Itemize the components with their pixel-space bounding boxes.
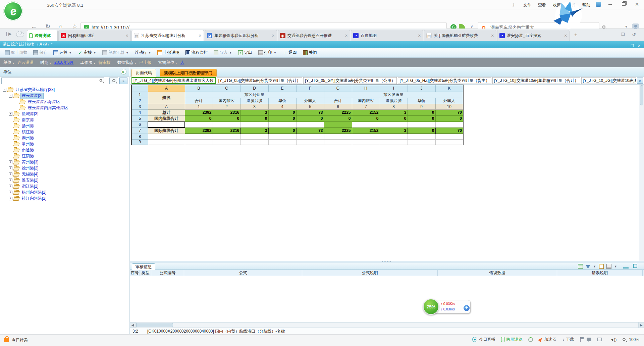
row-header-6[interactable]: 6 <box>131 122 148 128</box>
tree-expander-icon[interactable]: + <box>9 179 12 182</box>
tree-item-1[interactable]: −连云港港[2] <box>0 93 129 99</box>
tree-expander-icon[interactable]: − <box>3 88 6 92</box>
cell[interactable]: 0 <box>185 115 213 122</box>
cell[interactable]: 3 <box>240 109 268 115</box>
tree-item-12[interactable]: +苏州港[3] <box>0 159 129 165</box>
locate-audit-icon[interactable] <box>599 264 604 269</box>
cell[interactable]: 旅客发送量 <box>324 92 463 98</box>
cell[interactable]: 0 <box>268 128 296 134</box>
col-header-K[interactable]: K <box>435 85 463 92</box>
cell[interactable]: 1 <box>185 104 213 109</box>
cell[interactable]: 73 <box>296 109 324 115</box>
browser-tab-1[interactable]: ✉网易邮箱6.0版✕ <box>58 30 131 41</box>
excel-export-icon[interactable] <box>578 264 583 269</box>
col-header-H[interactable]: H <box>352 85 380 92</box>
cell[interactable]: 合计 <box>185 98 213 104</box>
report-link-5[interactable]: [Y_JTG_10_JG][交统港10表]集装箱吞吐 <box>581 77 636 84</box>
period-link[interactable]: 2016年5月 <box>54 60 73 65</box>
tree-expander-icon[interactable]: + <box>9 172 12 176</box>
dropdown-caret-icon[interactable]: ▼ <box>126 51 129 54</box>
cell[interactable] <box>324 134 352 139</box>
cell[interactable]: 2316 <box>213 128 240 134</box>
cell[interactable] <box>296 134 324 139</box>
browser-tab-5[interactable]: ◔百度地图✕ <box>351 30 423 41</box>
col-header-J[interactable]: J <box>408 85 435 92</box>
restore-button[interactable] <box>619 1 628 7</box>
cell[interactable]: 国际航线合计 <box>148 128 185 134</box>
dropdown-caret-icon[interactable]: ▼ <box>593 265 596 268</box>
dropdown-caret-icon[interactable]: ▼ <box>614 265 617 268</box>
cell[interactable]: 0 <box>324 115 352 122</box>
tab-close-icon[interactable]: ✕ <box>272 34 275 38</box>
cell[interactable] <box>185 134 213 139</box>
cell[interactable] <box>185 139 213 145</box>
cell[interactable]: 0 <box>408 115 435 122</box>
cell[interactable]: 合计 <box>324 98 352 104</box>
accelerator-ball-icon[interactable]: ✚ <box>464 305 470 311</box>
panel-maximize-icon[interactable] <box>633 264 637 268</box>
menu-1[interactable]: 查看 <box>538 2 546 8</box>
cell[interactable] <box>408 122 435 128</box>
cell[interactable] <box>408 139 435 145</box>
tree-more-button[interactable]: » <box>119 78 127 84</box>
tree-item-11[interactable]: 江阴港 <box>0 153 129 159</box>
toolbar-审核[interactable]: 审核▼ <box>75 49 99 56</box>
cell[interactable] <box>185 122 213 128</box>
cell[interactable]: 3 <box>380 128 408 134</box>
cell[interactable] <box>408 134 435 139</box>
audit-col-序号[interactable]: 序号 <box>130 270 140 276</box>
tree-item-6[interactable]: 扬州港 <box>0 123 129 129</box>
menu-0[interactable]: 文件 <box>523 2 531 8</box>
cell[interactable]: 6 <box>324 104 352 109</box>
tab-close-icon[interactable]: ✕ <box>125 34 128 38</box>
cell[interactable]: 4 <box>268 104 296 109</box>
toolbar-退回[interactable]: 退回 <box>280 49 300 56</box>
cell[interactable]: 0 <box>213 115 240 122</box>
bottom-tool-window-icon[interactable] <box>597 338 602 341</box>
row-header-1[interactable]: 1 <box>131 92 148 98</box>
toolbar-导出[interactable]: 导出 <box>235 49 255 56</box>
audit-col-错误数据[interactable]: 错误数据 <box>438 270 557 276</box>
cell[interactable]: 外国人 <box>435 98 463 104</box>
bottom-tool-100%[interactable]: 100% <box>623 337 639 342</box>
tab-close-icon[interactable]: ✕ <box>491 34 494 38</box>
col-header-D[interactable]: D <box>240 85 268 92</box>
url-dropdown-icon[interactable]: ∨ <box>470 24 473 29</box>
cell[interactable]: 港澳台胞 <box>240 98 268 104</box>
cell[interactable]: 9 <box>408 104 435 109</box>
grid-corner[interactable] <box>131 85 148 92</box>
col-header-F[interactable]: F <box>296 85 324 92</box>
row-header-7[interactable]: 7 <box>131 128 148 134</box>
dropdown-caret-icon[interactable]: ▼ <box>274 51 277 54</box>
cell[interactable]: 国内旅客 <box>352 98 380 104</box>
col-header-B[interactable]: B <box>185 85 213 92</box>
links-more-button[interactable]: » <box>637 78 643 84</box>
cell[interactable] <box>240 122 268 128</box>
toolbar-运算[interactable]: 运算▼ <box>50 49 75 56</box>
cell[interactable] <box>324 139 352 145</box>
browser-logo-icon[interactable]: e <box>3 1 23 21</box>
cell[interactable] <box>268 134 296 139</box>
vertical-scrollbar[interactable] <box>639 85 644 261</box>
cell[interactable]: 70 <box>435 109 463 115</box>
audit-col-类型[interactable]: 类型 <box>140 270 151 276</box>
cell[interactable] <box>240 139 268 145</box>
cell[interactable]: 航线 <box>148 92 185 104</box>
row-header-2[interactable]: 2 <box>131 98 148 104</box>
browser-tab-6[interactable]: ▤关于降低船舶引航费收费✕ <box>424 30 496 41</box>
cell[interactable]: 2152 <box>352 109 380 115</box>
cell[interactable] <box>352 134 380 139</box>
cell[interactable] <box>435 134 463 139</box>
report-link-0[interactable]: [Y_JTG_4][交统港4表]分航线进出港旅客人数 <box>131 77 216 84</box>
row-header-8[interactable]: 8 <box>131 134 148 139</box>
audit-col-错误说明[interactable]: 错误说明 <box>557 270 643 276</box>
row-header-5[interactable]: 5 <box>131 115 148 122</box>
cell[interactable]: 3 <box>240 104 268 109</box>
audit-col-公式说明[interactable]: 公式说明 <box>302 270 438 276</box>
row-header-4[interactable]: 4 <box>131 109 148 115</box>
tree-expander-icon[interactable]: + <box>9 112 12 116</box>
col-header-I[interactable]: I <box>380 85 408 92</box>
tree-item-8[interactable]: 泰州港 <box>0 135 129 141</box>
cell[interactable]: 2392 <box>185 128 213 134</box>
browser-tab-3[interactable]: ◪集装箱铁水联运现状分析✕ <box>205 30 277 41</box>
